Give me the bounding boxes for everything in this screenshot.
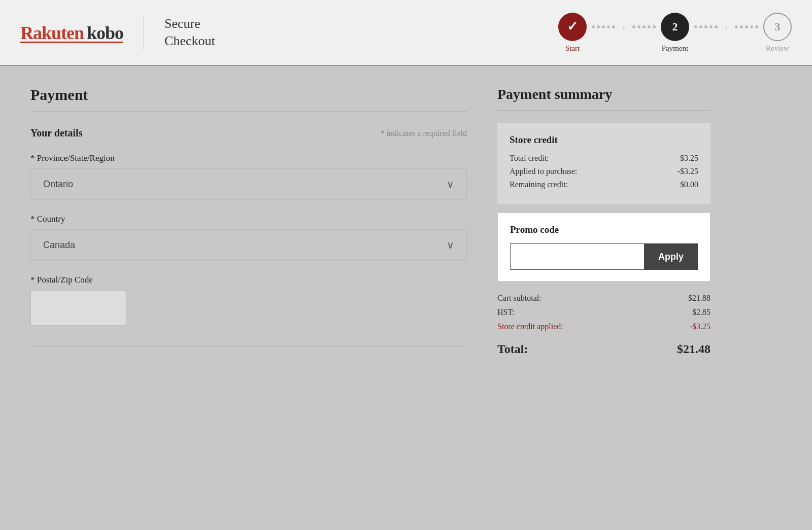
store-credit-box: Store credit Total credit: $3.25 Applied… (497, 123, 710, 204)
hst-value: $2.85 (692, 308, 710, 317)
step-start[interactable]: ✓ Start (558, 13, 587, 53)
applied-credit-label: Applied to purchase: (510, 167, 577, 176)
total-value: $21.48 (677, 342, 710, 356)
store-credit-applied-label: Store credit applied: (497, 322, 563, 331)
payment-title: Payment (30, 86, 467, 112)
apply-button[interactable]: Apply (644, 243, 698, 270)
remaining-credit-row: Remaining credit: $0.00 (510, 180, 698, 189)
bottom-divider (30, 346, 467, 346)
step-start-circle: ✓ (558, 13, 587, 41)
total-credit-row: Total credit: $3.25 (510, 154, 698, 163)
province-label: * Province/State/Region (30, 153, 467, 163)
logo[interactable]: Rakuten kobo (20, 22, 123, 43)
store-credit-applied-row: Store credit applied: -$3.25 (497, 322, 710, 331)
cart-subtotal-value: $21.88 (688, 294, 710, 303)
country-group: * Country Canada United States United Ki… (30, 214, 467, 261)
main-content: Payment Your details * indicates a requi… (10, 66, 802, 376)
total-row: Total: $21.48 (497, 339, 710, 356)
step-review: 3 Review (763, 13, 792, 53)
your-details-row: Your details * indicates a required fiel… (30, 127, 467, 139)
hst-label: HST: (497, 308, 515, 317)
postal-label: * Postal/Zip Code (30, 275, 467, 285)
arrow-1: › (622, 22, 625, 32)
step-payment-label: Payment (662, 44, 689, 53)
province-group: * Province/State/Region Ontario British … (30, 153, 467, 200)
cart-subtotal-row: Cart subtotal: $21.88 (497, 294, 710, 303)
country-select-wrapper[interactable]: Canada United States United Kingdom ∨ (30, 229, 467, 261)
store-credit-applied-value: -$3.25 (690, 322, 710, 331)
logo-rakuten: Rakuten (20, 22, 84, 44)
step-review-circle: 3 (763, 13, 792, 41)
arrow-2: › (725, 22, 728, 32)
header: Rakuten kobo SecureCheckout ✓ Start › 2 (0, 0, 812, 66)
applied-credit-row: Applied to purchase: -$3.25 (510, 167, 698, 176)
province-select-wrapper[interactable]: Ontario British Columbia Alberta Quebec … (30, 168, 467, 200)
step-start-label: Start (565, 44, 580, 53)
applied-credit-value: -$3.25 (678, 167, 698, 176)
logo-underline (20, 42, 123, 43)
summary-title: Payment summary (497, 86, 710, 111)
hst-row: HST: $2.85 (497, 308, 710, 317)
cart-subtotal-label: Cart subtotal: (497, 294, 542, 303)
store-credit-title: Store credit (510, 134, 698, 146)
total-credit-value: $3.25 (680, 154, 698, 163)
step-dots-3 (694, 25, 718, 28)
step-payment-number: 2 (672, 20, 678, 33)
province-select[interactable]: Ontario British Columbia Alberta Quebec (31, 169, 466, 199)
postal-group: * Postal/Zip Code (30, 275, 467, 326)
step-dots-1 (592, 25, 615, 28)
checkout-steps: ✓ Start › 2 Payment › 3 (558, 13, 792, 53)
postal-input[interactable] (30, 290, 127, 326)
left-panel: Payment Your details * indicates a requi… (30, 86, 467, 356)
your-details-label: Your details (30, 127, 82, 139)
step-dots-4 (735, 25, 758, 28)
right-panel: Payment summary Store credit Total credi… (497, 86, 710, 356)
step-dots-2 (632, 25, 656, 28)
step-review-label: Review (766, 44, 789, 53)
step-payment-circle: 2 (661, 13, 689, 41)
step-review-number: 3 (775, 20, 781, 33)
total-credit-label: Total credit: (510, 154, 549, 163)
promo-input[interactable] (510, 243, 644, 270)
promo-title: Promo code (510, 224, 698, 235)
total-label: Total: (497, 342, 528, 356)
remaining-credit-label: Remaining credit: (510, 180, 568, 189)
logo-kobo: kobo (87, 22, 123, 44)
checkmark-icon: ✓ (567, 19, 578, 34)
required-note: * indicates a required field (380, 129, 467, 138)
secure-checkout-label: SecureCheckout (164, 15, 215, 50)
country-label: * Country (30, 214, 467, 224)
promo-input-row: Apply (510, 243, 698, 270)
promo-code-box: Promo code Apply (497, 213, 710, 281)
header-divider (144, 15, 144, 50)
step-payment[interactable]: 2 Payment (661, 13, 689, 53)
remaining-credit-value: $0.00 (680, 180, 698, 189)
country-select[interactable]: Canada United States United Kingdom (31, 230, 466, 260)
